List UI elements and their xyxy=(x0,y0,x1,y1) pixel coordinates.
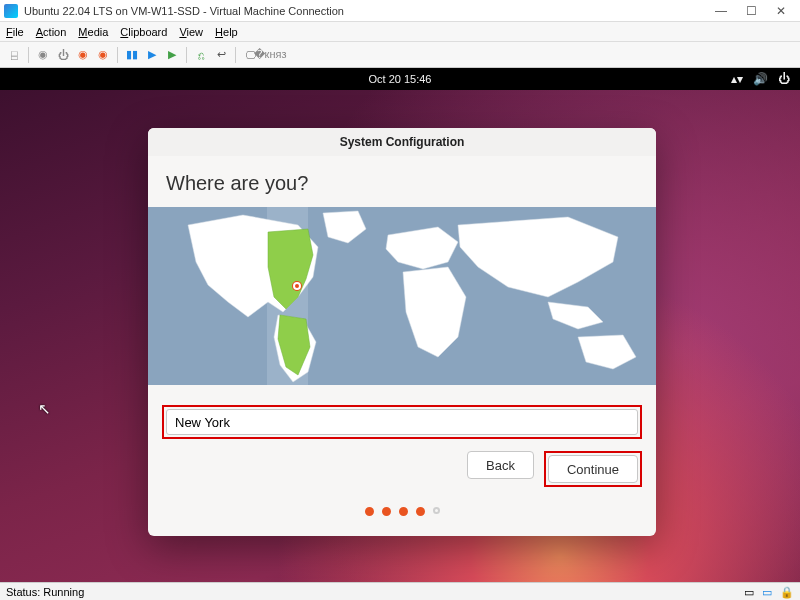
continue-button-highlight: Continue xyxy=(544,451,642,487)
vm-viewport: Oct 20 15:46 ▴▾ 🔊 ⏻ System Configuration… xyxy=(0,68,800,582)
host-window-titlebar: Ubuntu 22.04 LTS on VM-W11-SSD - Virtual… xyxy=(0,0,800,22)
vm-app-icon xyxy=(4,4,18,18)
host-window-title: Ubuntu 22.04 LTS on VM-W11-SSD - Virtual… xyxy=(24,5,344,17)
timezone-map[interactable] xyxy=(148,207,656,385)
host-statusbar: Status: Running ▭ ▭ 🔒 xyxy=(0,582,800,600)
status-disk-icon: ▭ xyxy=(762,586,776,598)
menu-view[interactable]: View xyxy=(179,26,203,38)
reset-icon[interactable]: ▶ xyxy=(144,47,160,63)
network-icon[interactable]: ▴▾ xyxy=(731,72,743,86)
installer-titlebar: System Configuration xyxy=(148,128,656,156)
back-button[interactable]: Back xyxy=(467,451,534,479)
continue-button[interactable]: Continue xyxy=(548,455,638,483)
ctrl-alt-del-icon[interactable]: ⌸ xyxy=(6,47,22,63)
menu-action[interactable]: Action xyxy=(36,26,67,38)
gnome-clock[interactable]: Oct 20 15:46 xyxy=(369,73,432,85)
progress-dot xyxy=(382,507,391,516)
gnome-top-bar: Oct 20 15:46 ▴▾ 🔊 ⏻ xyxy=(0,68,800,90)
status-net-icon: ▭ xyxy=(744,586,758,598)
status-label: Status: xyxy=(6,586,40,598)
progress-dot xyxy=(399,507,408,516)
progress-dot xyxy=(365,507,374,516)
menu-media[interactable]: Media xyxy=(78,26,108,38)
installer-window: System Configuration Where are you? xyxy=(148,128,656,536)
progress-dot-upcoming xyxy=(433,507,440,514)
maximize-button[interactable]: ☐ xyxy=(736,4,766,18)
status-value: Running xyxy=(43,586,84,598)
shutdown-icon[interactable]: ◉ xyxy=(75,47,91,63)
menu-file[interactable]: File xyxy=(6,26,24,38)
host-menubar: File Action Media Clipboard View Help xyxy=(0,22,800,42)
checkpoint-icon[interactable]: ⎌ xyxy=(193,47,209,63)
progress-dot xyxy=(416,507,425,516)
pause-icon[interactable]: ▮▮ xyxy=(124,47,140,63)
start-icon[interactable]: ◉ xyxy=(35,47,51,63)
turnoff-icon[interactable]: ⏻ xyxy=(55,47,71,63)
progress-dots xyxy=(148,487,656,522)
installer-heading: Where are you? xyxy=(148,172,656,207)
save-icon[interactable]: ◉ xyxy=(95,47,111,63)
location-input[interactable] xyxy=(166,409,638,435)
location-input-highlight xyxy=(162,405,642,439)
menu-clipboard[interactable]: Clipboard xyxy=(120,26,167,38)
close-button[interactable]: ✕ xyxy=(766,4,796,18)
world-map-svg xyxy=(148,207,656,385)
play-icon[interactable]: ▶ xyxy=(164,47,180,63)
minimize-button[interactable]: — xyxy=(706,4,736,18)
share-icon[interactable]: �княз xyxy=(262,47,278,63)
status-lock-icon: 🔒 xyxy=(780,586,794,598)
power-icon[interactable]: ⏻ xyxy=(778,72,790,86)
revert-icon[interactable]: ↩ xyxy=(213,47,229,63)
menu-help[interactable]: Help xyxy=(215,26,238,38)
location-pin-icon xyxy=(293,282,301,290)
installer-button-row: Back Continue xyxy=(148,439,656,487)
gnome-system-tray[interactable]: ▴▾ 🔊 ⏻ xyxy=(731,72,790,86)
host-toolbar: ⌸ ◉ ⏻ ◉ ◉ ▮▮ ▶ ▶ ⎌ ↩ 🖵 �княз xyxy=(0,42,800,68)
volume-icon[interactable]: 🔊 xyxy=(753,72,768,86)
